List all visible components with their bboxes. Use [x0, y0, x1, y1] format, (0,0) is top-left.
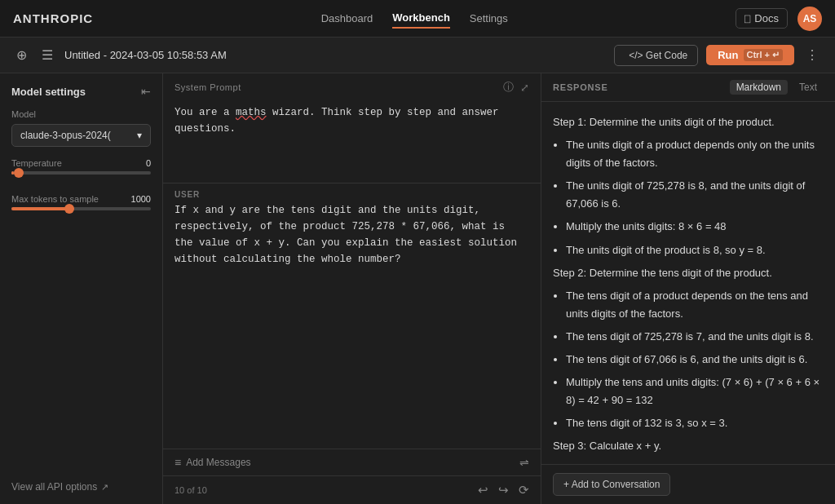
system-prompt-maths: maths — [236, 107, 267, 118]
user-text-content: If x and y are the tens digit and the un… — [175, 205, 517, 265]
sidebar-title: Model settings — [11, 86, 86, 98]
system-prompt-expand-button[interactable]: ⤢ — [520, 80, 529, 95]
external-link-icon: ↗ — [101, 482, 108, 493]
undo-icon: ↩ — [478, 483, 488, 497]
toolbar-title: Untitled - 2024-03-05 10:58:53 AM — [64, 49, 227, 61]
model-value: claude-3-opus-2024( — [20, 130, 111, 141]
add-button[interactable]: ⊕ — [13, 44, 30, 66]
chevron-down-icon: ▾ — [137, 130, 142, 141]
model-field-label: Model — [11, 109, 151, 119]
menu-icon: ☰ — [42, 47, 53, 63]
response-content: Step 1: Determine the units digit of the… — [541, 102, 835, 464]
plus-icon: ⊕ — [16, 47, 27, 63]
api-options-link[interactable]: View all API options ↗ — [11, 481, 151, 493]
expand-icon: ⤢ — [520, 82, 529, 94]
user-label: USER — [163, 183, 541, 202]
response-label: RESPONSE — [553, 82, 608, 92]
response-step2: Step 2: Determine the tens digit of the … — [553, 264, 824, 282]
list-item: Multiply the units digits: 8 × 6 = 48 — [566, 218, 824, 236]
nav-right: ⎕ Docs AS — [736, 7, 822, 31]
temperature-value: 0 — [146, 158, 151, 168]
collapse-icon: ⇤ — [141, 85, 151, 98]
max-tokens-value: 1000 — [131, 194, 151, 204]
avatar[interactable]: AS — [797, 7, 822, 31]
system-prompt-header: System Prompt ⓘ ⤢ — [163, 73, 541, 101]
sidebar-header: Model settings ⇤ — [11, 85, 151, 98]
nav-links: Dashboard Workbench Settings — [321, 8, 508, 29]
max-tokens-slider[interactable] — [11, 207, 151, 210]
toolbar-right: </> Get Code Run Ctrl + ↵ ⋮ — [614, 44, 822, 66]
add-to-conversation-button[interactable]: + Add to Conversation — [553, 473, 670, 496]
toolbar: ⊕ ☰ Untitled - 2024-03-05 10:58:53 AM </… — [0, 38, 835, 73]
run-shortcut: Ctrl + ↵ — [744, 49, 783, 61]
user-text[interactable]: If x and y are the tens digit and the un… — [163, 202, 541, 449]
system-prompt-prefix: You are a — [175, 107, 236, 118]
left-sidebar: Model settings ⇤ Model claude-3-opus-202… — [0, 73, 163, 504]
response-list-1: The units digit of a product depends onl… — [566, 136, 824, 259]
redo-icon: ↪ — [498, 483, 509, 497]
list-item: The tens digit of 132 is 3, so x = 3. — [566, 414, 824, 432]
add-messages-label: Add Messages — [186, 457, 250, 468]
max-tokens-row: Max tokens to sample 1000 — [11, 194, 151, 204]
max-tokens-field: Max tokens to sample 1000 — [11, 194, 151, 219]
list-item: The tens digit of a product depends on t… — [566, 287, 824, 323]
get-code-button[interactable]: </> Get Code — [614, 45, 698, 66]
run-button[interactable]: Run Ctrl + ↵ — [706, 45, 794, 65]
tune-icon: ⇌ — [519, 456, 529, 469]
model-select[interactable]: claude-3-opus-2024( ▾ — [11, 124, 151, 147]
temperature-row: Temperature 0 — [11, 158, 151, 168]
tab-markdown[interactable]: Markdown — [730, 80, 788, 95]
docs-icon: ⎕ — [744, 13, 750, 24]
toolbar-left: ⊕ ☰ Untitled - 2024-03-05 10:58:53 AM — [13, 44, 606, 66]
api-options-label: View all API options — [11, 481, 97, 493]
middle-panel: System Prompt ⓘ ⤢ You are a maths wizard… — [163, 73, 541, 504]
collapse-button[interactable]: ⇤ — [141, 85, 151, 98]
list-item: The units digit of the product is 8, so … — [566, 241, 824, 259]
system-prompt-label: System Prompt — [175, 82, 241, 92]
bottom-bar: 10 of 10 ↩ ↪ ⟳ — [163, 475, 541, 504]
tune-button[interactable]: ⇌ — [519, 456, 529, 469]
model-field: Model claude-3-opus-2024( ▾ — [11, 109, 151, 147]
list-item: The units digit of 725,278 is 8, and the… — [566, 177, 824, 213]
response-list-2: The tens digit of a product depends on t… — [566, 287, 824, 433]
right-panel: RESPONSE Markdown Text Step 1: Determine… — [541, 73, 835, 504]
response-header: RESPONSE Markdown Text — [541, 73, 835, 102]
add-messages-bar: ≡ Add Messages ⇌ — [163, 449, 541, 475]
system-prompt-text[interactable]: You are a maths wizard. Think step by st… — [163, 101, 541, 183]
logo: ANTHROPIC — [13, 11, 93, 25]
more-icon: ⋮ — [806, 47, 819, 63]
menu-button[interactable]: ☰ — [38, 44, 56, 66]
system-prompt-section: System Prompt ⓘ ⤢ You are a maths wizard… — [163, 73, 541, 183]
list-item: The tens digit of 67,066 is 6, and the u… — [566, 351, 824, 369]
info-icon: ⓘ — [503, 81, 514, 93]
temperature-field: Temperature 0 — [11, 158, 151, 183]
system-prompt-icons: ⓘ ⤢ — [503, 80, 529, 95]
add-to-conv-bar: + Add to Conversation — [541, 464, 835, 504]
list-item: Multiply the tens and units digits: (7 ×… — [566, 374, 824, 409]
user-section: USER If x and y are the tens digit and t… — [163, 183, 541, 449]
main-layout: Model settings ⇤ Model claude-3-opus-202… — [0, 73, 835, 504]
nav-workbench[interactable]: Workbench — [392, 8, 450, 29]
nav-settings[interactable]: Settings — [470, 9, 508, 28]
more-options-button[interactable]: ⋮ — [802, 44, 822, 66]
redo-button[interactable]: ↪ — [498, 483, 509, 497]
temperature-label: Temperature — [11, 158, 62, 168]
response-step3: Step 3: Calculate x + y. — [553, 437, 824, 455]
temperature-slider[interactable] — [11, 171, 151, 175]
add-messages-button[interactable]: ≡ Add Messages — [175, 456, 251, 469]
add-messages-icon: ≡ — [175, 456, 181, 469]
top-nav: ANTHROPIC Dashboard Workbench Settings ⎕… — [0, 0, 835, 38]
bottom-icons: ↩ ↪ ⟳ — [478, 483, 529, 497]
history-button[interactable]: ⟳ — [519, 483, 529, 497]
nav-dashboard[interactable]: Dashboard — [321, 9, 373, 28]
list-item: The units digit of a product depends onl… — [566, 136, 824, 172]
history-icon: ⟳ — [519, 483, 529, 497]
undo-button[interactable]: ↩ — [478, 483, 488, 497]
list-item: The tens digit of 725,278 is 7, and the … — [566, 328, 824, 346]
docs-button[interactable]: ⎕ Docs — [736, 8, 788, 29]
counter-text: 10 of 10 — [175, 485, 207, 495]
add-to-conv-label: + Add to Conversation — [563, 479, 660, 490]
tab-text[interactable]: Text — [793, 80, 824, 95]
system-prompt-info-button[interactable]: ⓘ — [503, 80, 514, 95]
response-tabs: Markdown Text — [730, 80, 824, 95]
